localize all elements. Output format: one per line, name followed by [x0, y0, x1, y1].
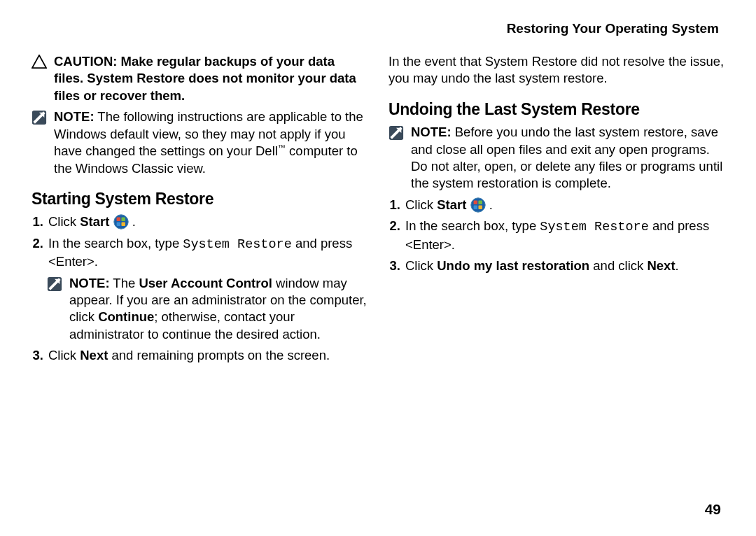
- svg-rect-13: [473, 205, 477, 209]
- intro-paragraph: In the event that System Restore did not…: [388, 53, 724, 87]
- caution-block: CAUTION: Make regular backups of your da…: [31, 53, 368, 104]
- svg-rect-14: [478, 205, 482, 209]
- caution-label: CAUTION:: [54, 54, 117, 69]
- windows-start-orb-icon: [113, 214, 129, 230]
- starting-steps-list-cont: Click Next and remaining prompts on the …: [31, 347, 368, 364]
- undoing-steps-list: Click Start . In the search box, t: [388, 197, 724, 275]
- code-text: System Restore: [540, 220, 648, 234]
- caution-icon: [31, 53, 54, 104]
- note1-text: NOTE: The following instructions are app…: [54, 108, 368, 177]
- list-item: Click Undo my last restoration and click…: [404, 258, 724, 274]
- note-icon: [31, 108, 54, 177]
- list-item: Click Start .: [404, 197, 724, 213]
- svg-rect-6: [121, 223, 125, 227]
- list-item: In the search box, type System Restore a…: [404, 218, 724, 253]
- starting-steps-list: Click Start . In the search box, t: [31, 213, 368, 270]
- page-header: Restoring Your Operating System: [31, 21, 724, 36]
- note2-text: NOTE: The User Account Control window ma…: [69, 275, 368, 344]
- note-icon: [388, 124, 411, 192]
- note-icon: [47, 275, 69, 344]
- svg-rect-3: [116, 218, 120, 222]
- page-number: 49: [705, 501, 721, 518]
- list-item: In the search box, type System Restore a…: [47, 235, 368, 271]
- left-column: CAUTION: Make regular backups of your da…: [31, 53, 368, 369]
- note-label: NOTE:: [54, 109, 94, 124]
- list-item: Click Start .: [47, 213, 368, 230]
- note-block-2: NOTE: The User Account Control window ma…: [47, 275, 368, 344]
- note-block-3: NOTE: Before you undo the last system re…: [388, 124, 724, 192]
- section-heading-starting: Starting System Restore: [31, 188, 368, 209]
- note3-text: NOTE: Before you undo the last system re…: [411, 124, 724, 192]
- document-page: Restoring Your Operating System CAUTION:…: [0, 0, 756, 536]
- svg-rect-4: [121, 218, 125, 222]
- svg-rect-12: [478, 200, 482, 204]
- windows-start-orb-icon: [470, 197, 486, 213]
- svg-rect-5: [116, 223, 120, 227]
- section-heading-undoing: Undoing the Last System Restore: [388, 99, 724, 120]
- two-column-layout: CAUTION: Make regular backups of your da…: [31, 53, 724, 369]
- svg-rect-11: [473, 200, 477, 204]
- right-column: In the event that System Restore did not…: [388, 53, 724, 369]
- caution-text: CAUTION: Make regular backups of your da…: [54, 53, 368, 104]
- code-text: System Restore: [183, 237, 291, 252]
- note-block-1: NOTE: The following instructions are app…: [31, 108, 368, 177]
- list-item: Click Next and remaining prompts on the …: [47, 347, 368, 364]
